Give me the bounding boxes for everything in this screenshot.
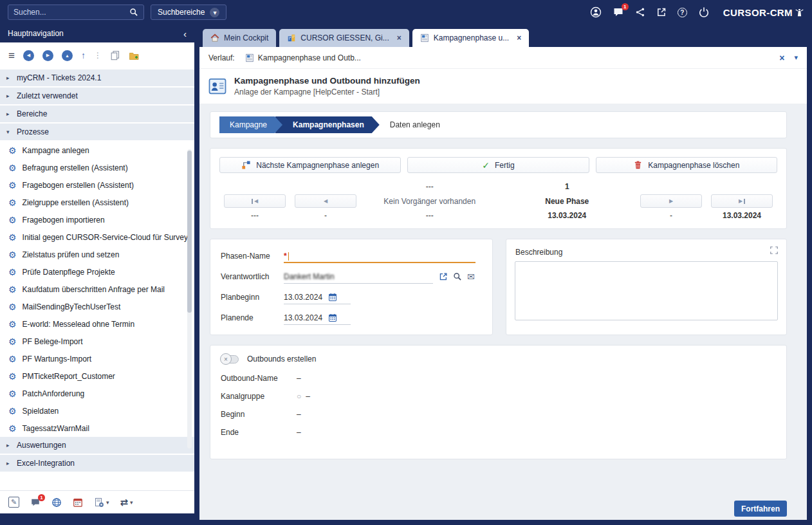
phase-navigation: --- 1 ◀ ◀ Kein Vorgänger vorhanden Neue … <box>219 182 777 220</box>
process-item[interactable]: ⚙PatchAnforderung <box>0 385 194 402</box>
phase-name-input[interactable]: * <box>284 249 475 263</box>
search-scopes-button[interactable]: Suchbereiche ▾ <box>151 5 226 20</box>
share-button[interactable] <box>635 7 645 17</box>
process-item-label: MailSendingByTechUserTest <box>23 302 121 311</box>
form-icon <box>420 33 429 42</box>
process-item[interactable]: ⚙PMTicketReport_Customer <box>0 367 194 385</box>
menu-icon[interactable]: ≡ <box>8 50 15 61</box>
sync-icon: ⇄ <box>120 497 129 508</box>
account-button[interactable] <box>590 6 602 18</box>
wizard-step-kampagnenphasen[interactable]: Kampagnenphasen <box>275 116 380 133</box>
process-item[interactable]: ⚙Zielstatus prüfen und setzen <box>0 246 194 263</box>
open-external-button[interactable] <box>656 7 667 17</box>
wizard-step-daten-anlegen[interactable]: Daten anlegen <box>373 116 456 133</box>
end-label: Ende <box>221 428 297 437</box>
close-icon[interactable]: × <box>397 33 401 42</box>
gear-icon: ⚙ <box>8 285 17 294</box>
expand-icon[interactable] <box>770 246 779 255</box>
help-button[interactable]: ? <box>678 8 687 17</box>
section-label: Zuletzt verwendet <box>17 91 78 100</box>
continue-button[interactable]: Fortfahren <box>734 501 787 517</box>
process-item[interactable]: ⚙Fragebogen importieren <box>0 211 194 228</box>
process-item[interactable]: ⚙E-world: Messelead ohne Termin <box>0 315 194 333</box>
next-phase-nav-button[interactable]: ▶ <box>640 194 702 208</box>
sync-button[interactable]: ⇄ ▾ <box>120 497 133 508</box>
description-textarea[interactable] <box>515 261 778 320</box>
chevron-down-icon: ▾ <box>106 499 109 506</box>
process-item[interactable]: ⚙MailSendingByTechUserTest <box>0 298 194 315</box>
nav-up-button[interactable]: ▲ <box>62 50 73 61</box>
move-up-icon[interactable]: ↑ <box>81 50 86 60</box>
edit-button[interactable]: ✎ <box>8 497 19 508</box>
scrollbar-thumb[interactable] <box>187 151 192 313</box>
process-item[interactable]: ⚙PF Wartungs-Import <box>0 350 194 367</box>
plan-end-input[interactable]: 13.03.2024 <box>284 311 351 325</box>
first-phase-button[interactable]: ◀ <box>224 194 286 208</box>
process-item[interactable]: ⚙Zielgruppe erstellen (Assistent) <box>0 194 194 211</box>
wizard-step-kampagne[interactable]: Kampagne <box>219 116 282 133</box>
tab-mein-cockpit[interactable]: Mein Cockpit <box>203 29 276 47</box>
outbound-toggle[interactable]: × <box>221 355 239 364</box>
close-icon[interactable]: × <box>779 53 784 63</box>
radio-icon[interactable]: ○ <box>297 392 301 400</box>
sidebar-section-areas[interactable]: ▸Bereiche <box>0 106 194 122</box>
process-item[interactable]: ⚙Kaufdatum überschritten Anfrage per Mai… <box>0 281 194 298</box>
sidebar-section-reports[interactable]: ▸Auswertungen <box>0 437 194 454</box>
responsible-input[interactable]: Dankert Martin <box>284 270 433 284</box>
send-mail-button[interactable]: ✉ <box>467 272 475 281</box>
chevron-down-icon[interactable]: ▾ <box>794 53 798 62</box>
lookup-button[interactable] <box>453 272 462 281</box>
tab-kampagnenphase[interactable]: Kampagnenphase u... × <box>412 29 529 47</box>
search-icon[interactable] <box>129 8 138 17</box>
search-input[interactable] <box>14 8 125 17</box>
nav-back-button[interactable]: ◀ <box>23 50 34 61</box>
previous-phase-date: - <box>324 211 327 220</box>
gear-icon: ⚙ <box>8 424 17 433</box>
sidebar-section-recent[interactable]: ▸Zuletzt verwendet <box>0 88 194 104</box>
collapse-sidebar-icon[interactable]: ‹ <box>183 29 187 39</box>
plan-start-label: Planbeginn <box>221 293 284 302</box>
process-item[interactable]: ⚙Fragebogen erstellen (Assistent) <box>0 176 194 194</box>
next-phase-button[interactable]: Nächste Kampagnenphase anlegen <box>219 157 401 173</box>
nav-forward-button[interactable]: ▶ <box>42 50 53 61</box>
process-item[interactable]: ⚙Befragung erstellen (Assistent) <box>0 159 194 176</box>
plan-start-input[interactable]: 13.03.2024 <box>284 290 351 304</box>
sidebar-section-excel[interactable]: ▸Excel-Integration <box>0 455 194 472</box>
calendar-icon[interactable] <box>328 293 337 302</box>
previous-phase-button[interactable]: ◀ <box>295 194 356 208</box>
tab-cursor-giessen[interactable]: CURSOR GIESSEN, Gi... × <box>279 29 409 47</box>
notification-badge: 1 <box>622 3 629 10</box>
process-item[interactable]: ⚙TagessatzWarnMail <box>0 419 194 437</box>
process-item[interactable]: ⚙PF Belege-Import <box>0 333 194 350</box>
sidebar-scrollbar <box>187 149 192 448</box>
document-settings-button[interactable]: ▾ <box>94 497 109 508</box>
sidebar-section-mycrm[interactable]: ▸myCRM - Tickets 2024.1 <box>0 69 194 86</box>
process-item[interactable]: ⚙Spieldaten <box>0 402 194 419</box>
new-folder-button[interactable] <box>129 50 139 60</box>
delete-phase-button[interactable]: Kampagnenphase löschen <box>596 157 777 173</box>
open-record-button[interactable] <box>439 272 448 281</box>
process-item[interactable]: ⚙Initial gegen CURSOR-Service-Cloud für … <box>0 228 194 246</box>
process-item-label: Prüfe Datenpflege Projekte <box>23 268 115 277</box>
messages-button[interactable]: 1 <box>30 497 41 508</box>
last-phase-button[interactable]: ▶ <box>711 194 773 208</box>
logout-button[interactable] <box>698 6 710 18</box>
sidebar-section-processes[interactable]: ▾Prozesse <box>0 124 194 140</box>
copy-button[interactable] <box>110 50 120 60</box>
process-item[interactable]: ⚙Prüfe Datenpflege Projekte <box>0 263 194 281</box>
history-item[interactable]: Kampagnenphase und Outb... <box>245 53 361 62</box>
calendar-icon[interactable] <box>328 313 337 322</box>
notifications-button[interactable]: 1 <box>613 6 624 18</box>
first-phase-date: --- <box>251 211 259 220</box>
triangle-right-icon: ▸ <box>6 75 12 81</box>
bar-icon <box>744 199 745 204</box>
web-search-button[interactable] <box>51 497 62 508</box>
step-label: Kampagnenphasen <box>293 120 364 129</box>
close-icon[interactable]: × <box>517 33 521 42</box>
process-item-label: PMTicketReport_Customer <box>23 372 115 381</box>
process-item[interactable]: ⚙Kampagne anlegen <box>0 142 194 159</box>
sidebar: Hauptnavigation ‹ ≡ ◀ ▶ ▲ ↑ ⋮ ▸myCRM - T… <box>0 24 194 513</box>
done-button[interactable]: ✓ Fertig <box>407 157 589 173</box>
calendar-button[interactable] <box>73 497 83 508</box>
global-search[interactable] <box>8 5 144 20</box>
